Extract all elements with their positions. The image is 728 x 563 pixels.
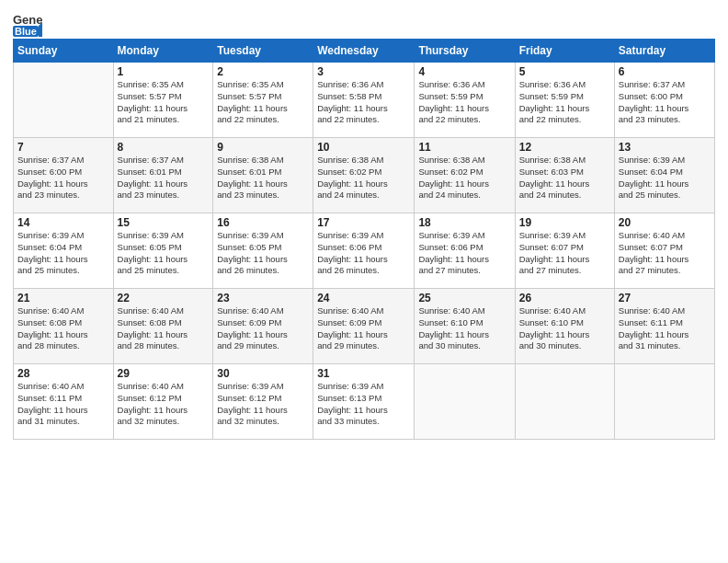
day-info: Sunrise: 6:39 AM Sunset: 6:05 PM Dayligh… [217,230,309,277]
day-info: Sunrise: 6:36 AM Sunset: 5:59 PM Dayligh… [519,79,610,126]
calendar-cell: 21Sunrise: 6:40 AM Sunset: 6:08 PM Dayli… [14,289,114,364]
calendar-cell: 31Sunrise: 6:39 AM Sunset: 6:13 PM Dayli… [313,364,415,440]
calendar-header-monday: Monday [113,40,213,63]
day-number: 21 [17,292,109,304]
day-info: Sunrise: 6:38 AM Sunset: 6:02 PM Dayligh… [418,155,510,201]
calendar-cell: 24Sunrise: 6:40 AM Sunset: 6:09 PM Dayli… [313,289,415,364]
calendar-cell: 28Sunrise: 6:40 AM Sunset: 6:11 PM Dayli… [14,364,114,440]
day-number: 17 [317,216,410,229]
day-info: Sunrise: 6:39 AM Sunset: 6:12 PM Dayligh… [217,381,309,428]
day-number: 14 [17,216,109,229]
calendar-cell: 19Sunrise: 6:39 AM Sunset: 6:07 PM Dayli… [515,213,614,289]
day-number: 3 [317,65,410,78]
logo: General Blue [13,9,42,35]
calendar-cell: 14Sunrise: 6:39 AM Sunset: 6:04 PM Dayli… [14,213,114,289]
calendar-cell: 23Sunrise: 6:40 AM Sunset: 6:09 PM Dayli… [213,289,313,364]
day-info: Sunrise: 6:40 AM Sunset: 6:10 PM Dayligh… [519,305,610,352]
calendar-cell [614,364,714,440]
day-number: 10 [317,141,410,154]
day-info: Sunrise: 6:40 AM Sunset: 6:09 PM Dayligh… [217,305,309,352]
day-info: Sunrise: 6:39 AM Sunset: 6:06 PM Dayligh… [418,230,510,277]
calendar-cell: 26Sunrise: 6:40 AM Sunset: 6:10 PM Dayli… [515,289,614,364]
calendar-header-tuesday: Tuesday [213,40,313,63]
day-number: 9 [217,141,309,154]
calendar-cell: 10Sunrise: 6:38 AM Sunset: 6:02 PM Dayli… [313,138,415,213]
calendar-cell: 6Sunrise: 6:37 AM Sunset: 6:00 PM Daylig… [614,63,714,138]
day-info: Sunrise: 6:40 AM Sunset: 6:12 PM Dayligh… [118,381,210,428]
svg-text:General: General [13,13,42,27]
day-info: Sunrise: 6:40 AM Sunset: 6:10 PM Dayligh… [418,305,510,352]
page: General Blue SundayMondayTuesdayWednesda… [0,0,728,449]
calendar-header-friday: Friday [515,40,614,63]
calendar-cell: 3Sunrise: 6:36 AM Sunset: 5:58 PM Daylig… [313,63,415,138]
day-info: Sunrise: 6:38 AM Sunset: 6:01 PM Dayligh… [217,155,309,201]
day-info: Sunrise: 6:39 AM Sunset: 6:05 PM Dayligh… [118,230,210,277]
day-info: Sunrise: 6:36 AM Sunset: 5:59 PM Dayligh… [418,79,510,126]
day-number: 8 [118,141,210,154]
day-number: 2 [217,65,309,78]
calendar-header-saturday: Saturday [614,40,714,63]
day-info: Sunrise: 6:40 AM Sunset: 6:08 PM Dayligh… [118,305,210,352]
calendar-cell: 12Sunrise: 6:38 AM Sunset: 6:03 PM Dayli… [515,138,614,213]
day-info: Sunrise: 6:40 AM Sunset: 6:08 PM Dayligh… [17,305,109,352]
day-number: 25 [418,292,510,304]
calendar-header-row: SundayMondayTuesdayWednesdayThursdayFrid… [14,40,715,63]
calendar-cell: 25Sunrise: 6:40 AM Sunset: 6:10 PM Dayli… [415,289,515,364]
calendar-week-row: 28Sunrise: 6:40 AM Sunset: 6:11 PM Dayli… [14,364,715,440]
day-info: Sunrise: 6:36 AM Sunset: 5:58 PM Dayligh… [317,79,410,126]
day-number: 11 [418,141,510,154]
day-info: Sunrise: 6:40 AM Sunset: 6:09 PM Dayligh… [317,305,410,352]
calendar-cell: 20Sunrise: 6:40 AM Sunset: 6:07 PM Dayli… [614,213,714,289]
day-number: 19 [519,216,610,229]
logo-icon: General Blue [13,9,42,39]
calendar-cell: 30Sunrise: 6:39 AM Sunset: 6:12 PM Dayli… [213,364,313,440]
calendar-cell: 7Sunrise: 6:37 AM Sunset: 6:00 PM Daylig… [14,138,114,213]
calendar-header-thursday: Thursday [415,40,515,63]
day-info: Sunrise: 6:35 AM Sunset: 5:57 PM Dayligh… [217,79,309,126]
calendar-cell: 16Sunrise: 6:39 AM Sunset: 6:05 PM Dayli… [213,213,313,289]
day-info: Sunrise: 6:38 AM Sunset: 6:03 PM Dayligh… [519,155,610,201]
calendar-cell: 15Sunrise: 6:39 AM Sunset: 6:05 PM Dayli… [113,213,213,289]
day-info: Sunrise: 6:39 AM Sunset: 6:13 PM Dayligh… [317,381,410,428]
calendar-cell: 11Sunrise: 6:38 AM Sunset: 6:02 PM Dayli… [415,138,515,213]
day-number: 30 [217,367,309,380]
calendar-cell [415,364,515,440]
day-number: 18 [418,216,510,229]
calendar-week-row: 7Sunrise: 6:37 AM Sunset: 6:00 PM Daylig… [14,138,715,213]
calendar-cell: 27Sunrise: 6:40 AM Sunset: 6:11 PM Dayli… [614,289,714,364]
day-number: 1 [118,65,210,78]
day-info: Sunrise: 6:37 AM Sunset: 6:00 PM Dayligh… [17,155,109,201]
day-number: 31 [317,367,410,380]
day-number: 26 [519,292,610,304]
calendar-cell: 18Sunrise: 6:39 AM Sunset: 6:06 PM Dayli… [415,213,515,289]
calendar-cell: 9Sunrise: 6:38 AM Sunset: 6:01 PM Daylig… [213,138,313,213]
calendar-cell: 1Sunrise: 6:35 AM Sunset: 5:57 PM Daylig… [113,63,213,138]
day-number: 22 [118,292,210,304]
day-number: 23 [217,292,309,304]
calendar-cell: 8Sunrise: 6:37 AM Sunset: 6:01 PM Daylig… [113,138,213,213]
day-number: 29 [118,367,210,380]
calendar-cell [14,63,114,138]
day-number: 4 [418,65,510,78]
calendar-cell: 13Sunrise: 6:39 AM Sunset: 6:04 PM Dayli… [614,138,714,213]
calendar-cell: 2Sunrise: 6:35 AM Sunset: 5:57 PM Daylig… [213,63,313,138]
day-info: Sunrise: 6:40 AM Sunset: 6:07 PM Dayligh… [619,230,711,277]
day-info: Sunrise: 6:37 AM Sunset: 6:01 PM Dayligh… [118,155,210,201]
day-number: 13 [619,141,711,154]
day-info: Sunrise: 6:40 AM Sunset: 6:11 PM Dayligh… [619,305,711,352]
day-info: Sunrise: 6:40 AM Sunset: 6:11 PM Dayligh… [17,381,109,428]
day-number: 28 [17,367,109,380]
day-info: Sunrise: 6:35 AM Sunset: 5:57 PM Dayligh… [118,79,210,126]
svg-text:Blue: Blue [15,26,37,37]
calendar-cell [515,364,614,440]
calendar-cell: 4Sunrise: 6:36 AM Sunset: 5:59 PM Daylig… [415,63,515,138]
calendar-header-wednesday: Wednesday [313,40,415,63]
calendar-week-row: 21Sunrise: 6:40 AM Sunset: 6:08 PM Dayli… [14,289,715,364]
calendar-week-row: 14Sunrise: 6:39 AM Sunset: 6:04 PM Dayli… [14,213,715,289]
calendar-cell: 17Sunrise: 6:39 AM Sunset: 6:06 PM Dayli… [313,213,415,289]
calendar-cell: 5Sunrise: 6:36 AM Sunset: 5:59 PM Daylig… [515,63,614,138]
day-number: 5 [519,65,610,78]
day-number: 16 [217,216,309,229]
calendar-cell: 22Sunrise: 6:40 AM Sunset: 6:08 PM Dayli… [113,289,213,364]
day-number: 27 [619,292,711,304]
